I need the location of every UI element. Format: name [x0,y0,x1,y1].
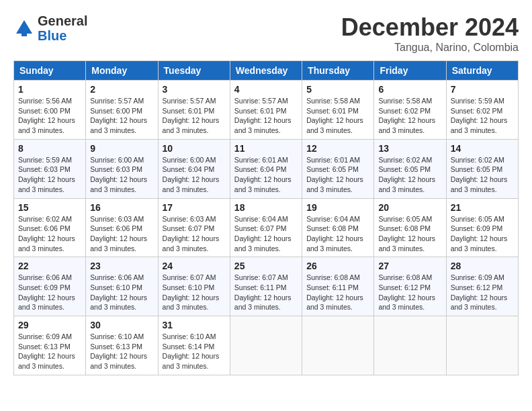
calendar-table: Sunday Monday Tuesday Wednesday Thursday… [13,60,519,375]
day-number: 12 [306,143,369,154]
calendar-cell: 20 Sunrise: 6:05 AM Sunset: 6:08 PM Dayl… [374,198,446,257]
day-number: 15 [18,202,81,213]
calendar-cell: 30 Sunrise: 6:10 AM Sunset: 6:13 PM Dayl… [86,316,158,375]
day-number: 17 [163,202,226,213]
day-number: 14 [451,143,514,154]
day-number: 31 [163,320,226,330]
svg-rect-1 [21,34,27,36]
day-info: Sunrise: 6:05 AM Sunset: 6:08 PM Dayligh… [378,214,441,254]
title-area: December 2024 Tangua, Narino, Colombia [341,13,519,54]
day-info: Sunrise: 6:07 AM Sunset: 6:10 PM Dayligh… [163,273,226,312]
calendar-cell: 5 Sunrise: 5:58 AM Sunset: 6:01 PM Dayli… [302,81,374,140]
day-info: Sunrise: 6:02 AM Sunset: 6:06 PM Dayligh… [18,214,81,254]
day-number: 25 [234,261,298,271]
day-info: Sunrise: 6:04 AM Sunset: 6:07 PM Dayligh… [234,214,298,254]
day-number: 11 [234,143,298,154]
calendar-cell: 9 Sunrise: 6:00 AM Sunset: 6:03 PM Dayli… [86,139,158,198]
calendar-cell: 4 Sunrise: 5:57 AM Sunset: 6:01 PM Dayli… [230,81,302,140]
calendar-cell: 17 Sunrise: 6:03 AM Sunset: 6:07 PM Dayl… [158,198,230,257]
calendar-cell: 11 Sunrise: 6:01 AM Sunset: 6:04 PM Dayl… [230,139,302,198]
calendar-cell: 7 Sunrise: 5:59 AM Sunset: 6:02 PM Dayli… [446,81,518,140]
month-title: December 2024 [341,13,519,42]
calendar-cell: 10 Sunrise: 6:00 AM Sunset: 6:04 PM Dayl… [158,139,230,198]
page-header: General Blue December 2024 Tangua, Narin… [13,13,519,54]
day-info: Sunrise: 6:03 AM Sunset: 6:07 PM Dayligh… [163,214,226,254]
calendar-cell [230,316,302,375]
calendar-cell: 12 Sunrise: 6:01 AM Sunset: 6:05 PM Dayl… [302,139,374,198]
day-info: Sunrise: 6:09 AM Sunset: 6:12 PM Dayligh… [451,273,514,312]
location-title: Tangua, Narino, Colombia [341,42,519,54]
day-info: Sunrise: 5:57 AM Sunset: 6:00 PM Dayligh… [90,96,153,136]
day-info: Sunrise: 6:03 AM Sunset: 6:06 PM Dayligh… [90,214,153,254]
day-number: 22 [18,261,81,271]
day-info: Sunrise: 5:59 AM Sunset: 6:02 PM Dayligh… [451,96,514,136]
day-info: Sunrise: 6:04 AM Sunset: 6:08 PM Dayligh… [306,214,369,254]
day-number: 9 [90,143,153,154]
calendar-cell: 21 Sunrise: 6:05 AM Sunset: 6:09 PM Dayl… [446,198,518,257]
day-info: Sunrise: 6:00 AM Sunset: 6:04 PM Dayligh… [163,155,226,195]
day-number: 7 [451,84,514,95]
calendar-cell: 23 Sunrise: 6:06 AM Sunset: 6:10 PM Dayl… [86,257,158,316]
day-number: 30 [90,320,153,330]
day-info: Sunrise: 5:58 AM Sunset: 6:01 PM Dayligh… [306,96,369,136]
calendar-week-row: 22 Sunrise: 6:06 AM Sunset: 6:09 PM Dayl… [14,257,519,316]
calendar-week-row: 8 Sunrise: 5:59 AM Sunset: 6:03 PM Dayli… [14,139,519,198]
calendar-cell [446,316,518,375]
calendar-week-row: 15 Sunrise: 6:02 AM Sunset: 6:06 PM Dayl… [14,198,519,257]
calendar-cell: 8 Sunrise: 5:59 AM Sunset: 6:03 PM Dayli… [14,139,86,198]
calendar-cell: 3 Sunrise: 5:57 AM Sunset: 6:01 PM Dayli… [158,81,230,140]
calendar-cell: 26 Sunrise: 6:08 AM Sunset: 6:11 PM Dayl… [302,257,374,316]
calendar-cell: 2 Sunrise: 5:57 AM Sunset: 6:00 PM Dayli… [86,81,158,140]
day-number: 4 [234,84,298,95]
day-number: 27 [378,261,441,271]
day-number: 20 [378,202,441,213]
day-number: 6 [378,84,441,95]
day-info: Sunrise: 6:08 AM Sunset: 6:11 PM Dayligh… [306,273,369,312]
col-friday: Friday [374,61,446,81]
logo-icon [13,17,35,39]
day-number: 28 [451,261,514,271]
day-info: Sunrise: 6:08 AM Sunset: 6:12 PM Dayligh… [378,273,441,312]
col-monday: Monday [86,61,158,81]
day-info: Sunrise: 5:58 AM Sunset: 6:02 PM Dayligh… [378,96,441,136]
day-number: 3 [163,84,226,95]
calendar-cell: 6 Sunrise: 5:58 AM Sunset: 6:02 PM Dayli… [374,81,446,140]
day-number: 26 [306,261,369,271]
calendar-cell [302,316,374,375]
calendar-cell: 18 Sunrise: 6:04 AM Sunset: 6:07 PM Dayl… [230,198,302,257]
calendar-cell: 24 Sunrise: 6:07 AM Sunset: 6:10 PM Dayl… [158,257,230,316]
day-number: 8 [18,143,81,154]
logo: General Blue [13,13,87,43]
calendar-cell: 25 Sunrise: 6:07 AM Sunset: 6:11 PM Dayl… [230,257,302,316]
day-number: 2 [90,84,153,95]
day-info: Sunrise: 6:06 AM Sunset: 6:10 PM Dayligh… [90,273,153,312]
col-saturday: Saturday [446,61,518,81]
day-info: Sunrise: 6:05 AM Sunset: 6:09 PM Dayligh… [451,214,514,254]
col-tuesday: Tuesday [158,61,230,81]
day-info: Sunrise: 5:56 AM Sunset: 6:00 PM Dayligh… [18,96,81,136]
day-number: 23 [90,261,153,271]
day-info: Sunrise: 6:09 AM Sunset: 6:13 PM Dayligh… [18,332,81,371]
col-sunday: Sunday [14,61,86,81]
day-number: 16 [90,202,153,213]
calendar-cell: 27 Sunrise: 6:08 AM Sunset: 6:12 PM Dayl… [374,257,446,316]
calendar-cell: 28 Sunrise: 6:09 AM Sunset: 6:12 PM Dayl… [446,257,518,316]
svg-marker-0 [16,20,32,34]
col-wednesday: Wednesday [230,61,302,81]
day-number: 5 [306,84,369,95]
logo-text: General Blue [38,13,87,43]
day-number: 21 [451,202,514,213]
day-info: Sunrise: 6:10 AM Sunset: 6:14 PM Dayligh… [163,332,226,371]
day-info: Sunrise: 6:07 AM Sunset: 6:11 PM Dayligh… [234,273,298,312]
day-number: 13 [378,143,441,154]
day-info: Sunrise: 5:59 AM Sunset: 6:03 PM Dayligh… [18,155,81,195]
day-info: Sunrise: 6:02 AM Sunset: 6:05 PM Dayligh… [451,155,514,195]
calendar-week-row: 1 Sunrise: 5:56 AM Sunset: 6:00 PM Dayli… [14,81,519,140]
day-info: Sunrise: 5:57 AM Sunset: 6:01 PM Dayligh… [234,96,298,136]
day-number: 19 [306,202,369,213]
day-info: Sunrise: 6:00 AM Sunset: 6:03 PM Dayligh… [90,155,153,195]
calendar-cell: 16 Sunrise: 6:03 AM Sunset: 6:06 PM Dayl… [86,198,158,257]
calendar-cell: 1 Sunrise: 5:56 AM Sunset: 6:00 PM Dayli… [14,81,86,140]
calendar-cell [374,316,446,375]
day-number: 1 [18,84,81,95]
